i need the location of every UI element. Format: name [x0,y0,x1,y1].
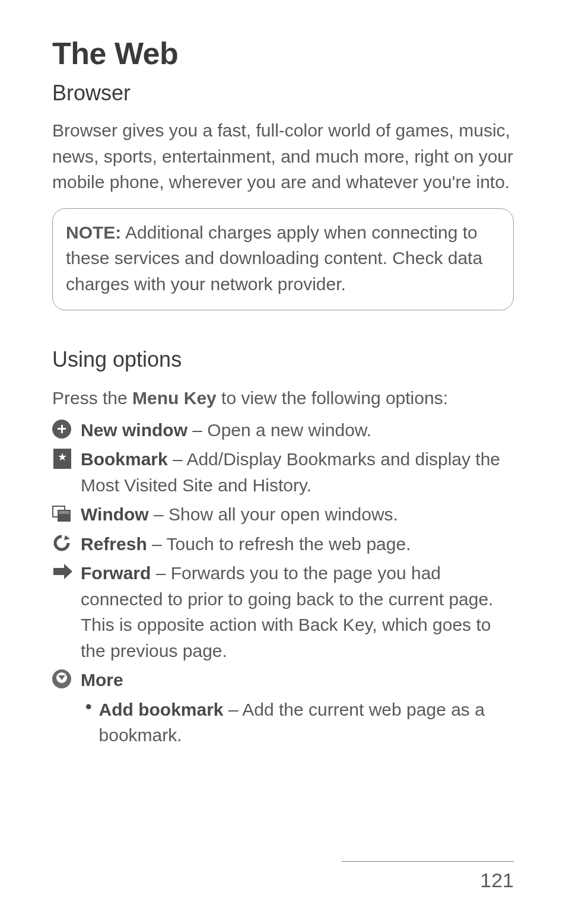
refresh-desc: – Touch to refresh the web page. [147,534,411,554]
new-window-label: New window [81,420,187,440]
new-window-desc: – Open a new window. [187,420,371,440]
window-desc: – Show all your open windows. [149,504,398,524]
refresh-label: Refresh [81,534,147,554]
browser-intro: Browser gives you a fast, full-color wor… [52,118,514,195]
more-icon [52,669,75,691]
forward-arrow-icon [52,563,75,584]
page-number: 121 [342,869,514,892]
note-text: Additional charges apply when connecting… [66,223,482,294]
svg-marker-0 [64,535,70,540]
page-footer: 121 [342,861,514,892]
window-label: Window [81,504,149,524]
press-post: to view the following options: [217,388,448,408]
svg-marker-1 [53,564,72,579]
option-window: Window – Show all your open windows. [52,501,514,528]
note-label: NOTE: [66,223,121,242]
option-more: More [52,667,514,693]
page-title: The Web [52,36,514,71]
footer-divider [342,861,514,862]
option-new-window: New window – Open a new window. [52,417,514,443]
plus-icon [52,420,75,441]
section-heading-using-options: Using options [52,347,514,372]
note-box: NOTE: Additional charges apply when conn… [52,208,514,311]
forward-label: Forward [81,563,151,583]
bookmark-icon [52,449,75,470]
add-bookmark-label: Add bookmark [99,700,224,719]
section-heading-browser: Browser [52,81,514,106]
bookmark-label: Bookmark [81,449,168,469]
refresh-icon [52,534,75,555]
window-icon [52,504,75,525]
option-bookmark: Bookmark – Add/Display Bookmarks and dis… [52,446,514,498]
menu-key-label: Menu Key [132,388,217,408]
press-menu-instruction: Press the Menu Key to view the following… [52,385,514,411]
option-forward: Forward – Forwards you to the page you h… [52,560,514,663]
more-label: More [81,670,123,690]
press-pre: Press the [52,388,132,408]
option-refresh: Refresh – Touch to refresh the web page. [52,531,514,557]
sub-option-add-bookmark: • Add bookmark – Add the current web pag… [52,697,514,748]
bullet-icon: • [85,697,92,717]
